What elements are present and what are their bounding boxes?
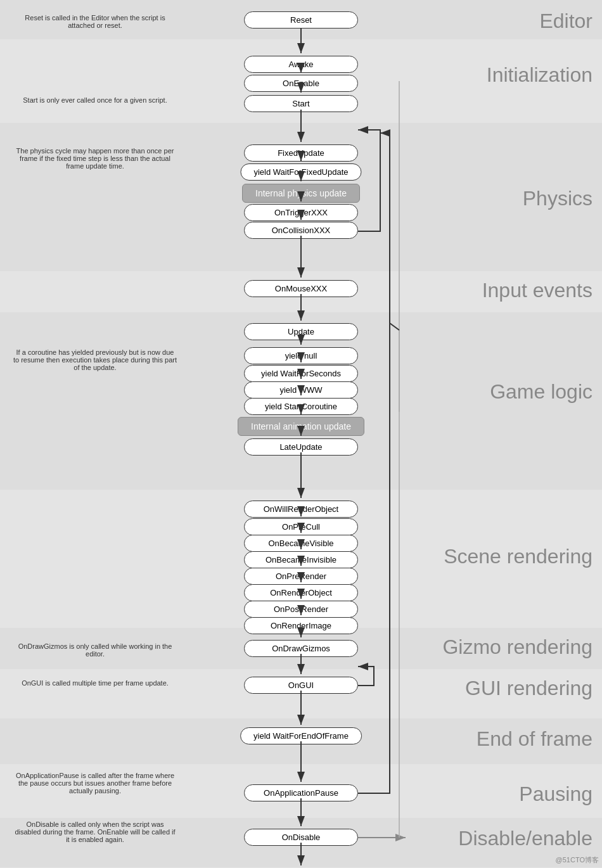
node-internalanimation: Internal animation update bbox=[238, 417, 364, 436]
label-initialization: Initialization bbox=[487, 63, 592, 87]
node-awake: Awake bbox=[244, 56, 358, 73]
node-onmousexxx: OnMouseXXX bbox=[244, 280, 358, 297]
watermark: @51CTO博客 bbox=[556, 855, 599, 865]
annotation-pause: OnApplicationPause is called after the f… bbox=[13, 772, 177, 795]
annotation-reset: Reset is called in the Editor when the s… bbox=[13, 14, 177, 29]
label-gizmo: Gizmo rendering bbox=[442, 635, 592, 659]
node-ongui: OnGUI bbox=[244, 677, 358, 694]
node-onbecameinvisible: OnBecameInvisible bbox=[244, 551, 358, 568]
label-gamelogic: Game logic bbox=[490, 380, 592, 404]
node-onapplicationpause: OnApplicationPause bbox=[244, 784, 358, 801]
node-yieldnull: yield null bbox=[244, 347, 358, 364]
node-yieldwaitforseconds: yield WaitForSeconds bbox=[244, 365, 358, 382]
node-ondisable: OnDisable bbox=[244, 829, 358, 846]
node-onpostrender: OnPostRender bbox=[244, 601, 358, 618]
annotation-disable: OnDisable is called only when the script… bbox=[13, 820, 177, 843]
annotation-drawgizmos: OnDrawGizmos is only called while workin… bbox=[13, 642, 177, 658]
label-endframe: End of frame bbox=[477, 727, 592, 751]
node-yieldstartcoroutine: yield StartCoroutine bbox=[244, 398, 358, 415]
node-onbecamevisible: OnBecameVisible bbox=[244, 535, 358, 552]
node-reset: Reset bbox=[244, 11, 358, 29]
node-onrenderimage: OnRenderImage bbox=[244, 617, 358, 634]
node-onprecull: OnPreCull bbox=[244, 518, 358, 535]
node-update: Update bbox=[244, 323, 358, 340]
node-yieldwww: yield WWW bbox=[244, 381, 358, 399]
node-yieldwaitforendofframe: yield WaitForEndOfFrame bbox=[240, 727, 362, 744]
label-scene: Scene rendering bbox=[444, 545, 592, 568]
node-ontriggerxxx: OnTriggerXXX bbox=[244, 204, 358, 221]
node-fixedupdate: FixedUpdate bbox=[244, 144, 358, 162]
annotation-physics: The physics cycle may happen more than o… bbox=[13, 147, 177, 170]
node-onwillrenderobject: OnWillRenderObject bbox=[244, 501, 358, 518]
node-onenable: OnEnable bbox=[244, 75, 358, 92]
node-lateupdate: LateUpdate bbox=[244, 438, 358, 456]
annotation-start: Start is only ever called once for a giv… bbox=[13, 96, 177, 104]
label-pausing: Pausing bbox=[519, 782, 592, 806]
label-physics: Physics bbox=[523, 187, 592, 210]
node-onprerender: OnPreRender bbox=[244, 568, 358, 585]
annotation-coroutine: If a coroutine has yielded previously bu… bbox=[13, 348, 177, 371]
label-editor: Editor bbox=[539, 10, 592, 33]
node-onrenderobject: OnRenderObject bbox=[244, 584, 358, 601]
label-input: Input events bbox=[482, 279, 592, 302]
node-ondrawgizmos: OnDrawGizmos bbox=[244, 640, 358, 657]
node-yieldwaitforfixedupdate: yield WaitForFixedUpdate bbox=[240, 163, 361, 181]
node-oncollisionxxx: OnCollisionXXX bbox=[244, 222, 358, 239]
diagram-container: Editor Initialization Physics Input even… bbox=[0, 0, 602, 868]
node-internalphysics: Internal physics update bbox=[242, 184, 360, 203]
node-start: Start bbox=[244, 95, 358, 112]
label-disable: Disable/enable bbox=[458, 827, 592, 850]
annotation-ongui: OnGUI is called multiple time per frame … bbox=[13, 679, 177, 687]
label-gui: GUI rendering bbox=[465, 677, 592, 700]
